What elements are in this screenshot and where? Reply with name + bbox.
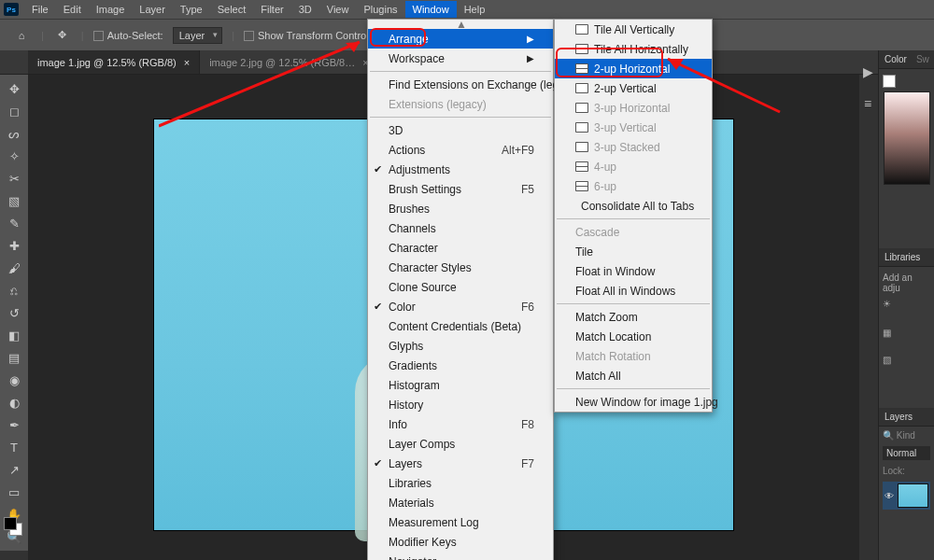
show-transform-toggle[interactable]: Show Transform Controls [244, 30, 374, 41]
layer-row[interactable]: 👁 [883, 482, 930, 510]
menu-layer-comps[interactable]: Layer Comps [368, 434, 553, 454]
menu-file[interactable]: File [24, 1, 56, 18]
brush-tool-icon[interactable]: 🖌 [3, 258, 25, 278]
sliders-icon[interactable]: ≡ [859, 95, 876, 112]
menu-window[interactable]: Window [405, 1, 457, 18]
arrange-2-up-vertical[interactable]: 2-up Vertical [555, 78, 712, 98]
arrange-tile[interactable]: Tile [555, 242, 712, 261]
arrange-match-all[interactable]: Match All [555, 366, 712, 385]
menu-clone-source[interactable]: Clone Source [368, 277, 553, 297]
menu-layers[interactable]: ✔LayersF7 [368, 454, 553, 473]
menu-measurement-log[interactable]: Measurement Log [368, 512, 553, 532]
close-icon[interactable]: × [184, 57, 190, 68]
arrange-consolidate-all-to-tabs[interactable]: Consolidate All to Tabs [555, 196, 712, 216]
arrange-3-up-vertical: 3-up Vertical [555, 118, 712, 137]
visibility-icon[interactable]: 👁 [884, 491, 894, 501]
scroll-up-icon[interactable]: ▲ [368, 20, 553, 29]
menu-edit[interactable]: Edit [56, 1, 89, 18]
menu-view[interactable]: View [319, 1, 357, 18]
color-panel-tabs: Color Sw [879, 50, 934, 69]
blend-mode[interactable]: Normal [883, 446, 930, 460]
shape-tool-icon[interactable]: ▭ [3, 482, 25, 502]
tab-swatches[interactable]: Sw [916, 54, 929, 64]
doc-tab-1[interactable]: image 1.jpg @ 12.5% (RGB/8)× [28, 50, 200, 74]
menu-3d[interactable]: 3D [368, 120, 553, 140]
arrange-tile-all-horizontally[interactable]: Tile All Horizontally [555, 39, 712, 59]
dodge-tool-icon[interactable]: ◐ [3, 392, 25, 413]
arrange-match-zoom[interactable]: Match Zoom [555, 307, 712, 327]
right-panels: Color Sw Libraries Add an adju☀▦▧ Layers… [878, 50, 934, 560]
stamp-tool-icon[interactable]: ⎌ [3, 280, 25, 301]
layers-panel-tab[interactable]: Layers [879, 408, 934, 427]
menu-arrange[interactable]: Arrange▶ [368, 29, 553, 49]
menu-layer[interactable]: Layer [132, 1, 173, 18]
color-picker[interactable] [884, 91, 930, 185]
menu-libraries[interactable]: Libraries [368, 473, 553, 493]
wand-tool-icon[interactable]: ✧ [3, 146, 25, 166]
menu-gradients[interactable]: Gradients [368, 356, 553, 375]
arrange-tile-all-vertically[interactable]: Tile All Vertically [555, 20, 712, 39]
history-brush-icon[interactable]: ↺ [3, 302, 25, 323]
gradient-tool-icon[interactable]: ▤ [3, 347, 25, 368]
menu-character[interactable]: Character [368, 238, 553, 258]
menu-brushes[interactable]: Brushes [368, 199, 553, 218]
libraries-panel-tab[interactable]: Libraries [879, 248, 934, 267]
move-tool-icon[interactable]: ✥ [3, 78, 25, 99]
window-menu-dropdown: ▲ Arrange▶ Workspace▶ Find Extensions on… [367, 19, 554, 560]
play-icon[interactable]: ▶ [859, 63, 876, 80]
menu-histogram[interactable]: Histogram [368, 375, 553, 395]
arrange-2-up-horizontal[interactable]: 2-up Horizontal [555, 59, 712, 78]
menu-filter[interactable]: Filter [253, 1, 290, 18]
menu-help[interactable]: Help [457, 1, 493, 18]
menu-3d[interactable]: 3D [291, 1, 319, 18]
eyedropper-tool-icon[interactable]: ✎ [3, 213, 25, 233]
layer-thumbnail [898, 483, 928, 508]
tab-color[interactable]: Color [884, 54, 907, 64]
color-panel[interactable] [879, 69, 934, 192]
menu-info[interactable]: InfoF8 [368, 414, 553, 434]
arrange-submenu: Tile All VerticallyTile All Horizontally… [554, 19, 713, 413]
arrange-float-in-window[interactable]: Float in Window [555, 261, 712, 281]
blur-tool-icon[interactable]: ◉ [3, 370, 25, 390]
lasso-tool-icon[interactable]: ᔕ [3, 123, 25, 144]
fg-bg-swatches[interactable] [4, 517, 24, 538]
menu-modifier-keys[interactable]: Modifier Keys [368, 532, 553, 552]
pen-tool-icon[interactable]: ✒ [3, 414, 25, 435]
home-icon[interactable]: ⌂ [11, 27, 32, 44]
menu-workspace[interactable]: Workspace▶ [368, 49, 553, 68]
menu-character-styles[interactable]: Character Styles [368, 258, 553, 277]
menu-channels[interactable]: Channels [368, 218, 553, 238]
path-tool-icon[interactable]: ↗ [3, 459, 25, 480]
arrange-cascade: Cascade [555, 222, 712, 242]
menu-history[interactable]: History [368, 395, 553, 414]
crop-tool-icon[interactable]: ✂ [3, 168, 25, 189]
menu-extensions-legacy: Extensions (legacy) [368, 94, 553, 114]
menu-new-window[interactable]: New Window for image 1.jpg [555, 392, 712, 412]
menu-materials[interactable]: Materials [368, 493, 553, 512]
marquee-tool-icon[interactable]: ◻ [3, 101, 25, 121]
menu-color[interactable]: ✔ColorF6 [368, 297, 553, 316]
menu-actions[interactable]: ActionsAlt+F9 [368, 140, 553, 160]
auto-select-target[interactable]: Layer [173, 27, 223, 44]
layers-panel: 🔍 Kind Normal Lock: 👁 [879, 427, 934, 513]
menu-navigator[interactable]: Navigator [368, 552, 553, 560]
menu-type[interactable]: Type [173, 1, 210, 18]
type-tool-icon[interactable]: T [3, 437, 25, 457]
menubar: Ps File Edit Image Layer Type Select Fil… [0, 0, 934, 19]
arrange-match-location[interactable]: Match Location [555, 327, 712, 346]
frame-tool-icon[interactable]: ▧ [3, 190, 25, 211]
menu-image[interactable]: Image [89, 1, 133, 18]
eraser-tool-icon[interactable]: ◧ [3, 325, 25, 345]
menu-select[interactable]: Select [210, 1, 254, 18]
arrange-float-all-in-windows[interactable]: Float All in Windows [555, 281, 712, 301]
doc-tab-2[interactable]: image 2.jpg @ 12.5% (RGB/8…× [200, 50, 379, 74]
menu-glyphs[interactable]: Glyphs [368, 336, 553, 356]
arrange-4-up: 4-up [555, 157, 712, 176]
menu-find-extensions[interactable]: Find Extensions on Exchange (legacy)… [368, 75, 553, 94]
heal-tool-icon[interactable]: ✚ [3, 235, 25, 256]
auto-select-toggle[interactable]: Auto-Select: [93, 30, 163, 41]
menu-content-credentials-beta-[interactable]: Content Credentials (Beta) [368, 316, 553, 336]
menu-brush-settings[interactable]: Brush SettingsF5 [368, 179, 553, 199]
menu-adjustments[interactable]: ✔Adjustments [368, 160, 553, 179]
menu-plugins[interactable]: Plugins [356, 1, 404, 18]
